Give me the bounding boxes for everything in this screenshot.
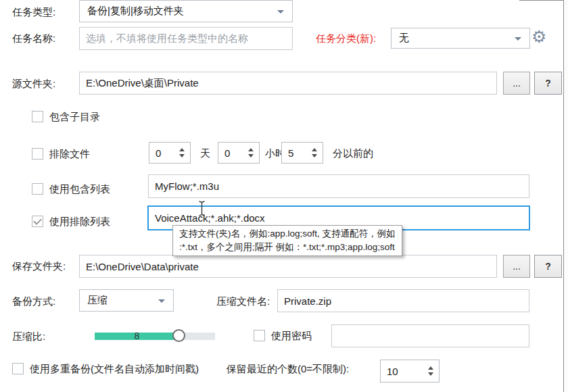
stepper-arrows-icon[interactable] [312, 148, 317, 157]
days-unit-label: 天 [200, 147, 210, 160]
chevron-down-icon [158, 299, 165, 303]
source-help-button[interactable]: ? [534, 72, 562, 95]
backup-method-dropdown[interactable]: 压缩 [79, 289, 174, 312]
multi-backup-label: 使用多重备份(文件名自动添加时间戳) [30, 363, 199, 375]
ellipsis-icon: ... [513, 78, 521, 89]
include-subdirs-checkbox[interactable] [32, 111, 43, 122]
exclude-list-label: 使用排除列表 [49, 216, 110, 228]
ellipsis-icon: ... [513, 261, 521, 272]
use-password-label: 使用密码 [271, 330, 312, 342]
include-list-checkbox[interactable] [32, 183, 43, 195]
stepper-arrows-icon[interactable] [248, 148, 254, 157]
zip-name-label: 压缩文件名: [216, 295, 270, 308]
task-type-label: 任务类型: [12, 6, 55, 18]
task-category-label: 任务分类(新): [316, 32, 376, 45]
task-type-dropdown[interactable]: 备份|复制|移动文件夹 [79, 0, 293, 22]
gear-icon[interactable]: ⚙ [531, 27, 546, 46]
backup-task-form: 任务类型: 备份|复制|移动文件夹 任务名称: 选填，不填将使用任务类型中的名称… [0, 0, 568, 392]
hours-stepper[interactable]: 0 [218, 142, 260, 164]
exclude-list-value: VoiceAttack;*.ahk;*.docx [155, 212, 265, 224]
task-name-label: 任务名称: [12, 32, 55, 45]
minutes-unit-label: 分以前的 [333, 147, 373, 160]
include-subdirs-label: 包含子目录 [49, 111, 100, 123]
save-folder-value: E:\OneDrive\Data\private [86, 261, 199, 272]
chevron-down-icon [277, 10, 284, 14]
use-password-checkbox[interactable] [254, 330, 265, 341]
zip-name-input[interactable]: Private.zip [277, 289, 529, 312]
source-folder-label: 源文件夹: [12, 78, 55, 90]
stepper-arrows-icon[interactable] [428, 366, 433, 376]
include-list-value: MyFlow;*.m3u [155, 180, 219, 192]
exclude-list-tooltip: 支持文件(夹)名，例如:app.log;soft, 支持通配符，例如 :*.tx… [172, 225, 402, 256]
text-cursor-icon [197, 200, 206, 217]
tooltip-line1: 支持文件(夹)名，例如:app.log;soft, 支持通配符，例如 [179, 227, 396, 241]
minutes-stepper[interactable]: 5 [281, 142, 323, 164]
ratio-slider-thumb[interactable] [172, 329, 185, 342]
stepper-arrows-icon[interactable] [179, 148, 185, 157]
include-list-input[interactable]: MyFlow;*.m3u [148, 174, 529, 198]
compress-ratio-label: 压缩比: [12, 330, 45, 343]
days-stepper[interactable]: 0 [149, 142, 191, 164]
scrollbar-track[interactable] [564, 0, 568, 392]
keep-count-stepper[interactable]: 10 [380, 360, 440, 383]
days-value: 0 [156, 147, 161, 159]
include-list-label: 使用包含列表 [49, 183, 110, 195]
password-input[interactable] [331, 324, 529, 347]
exclude-files-label: 排除文件 [49, 148, 90, 160]
save-help-button[interactable]: ? [534, 255, 562, 278]
save-folder-input[interactable]: E:\OneDrive\Data\private [79, 255, 497, 278]
save-browse-button[interactable]: ... [503, 255, 530, 278]
task-category-value: 无 [399, 32, 409, 45]
hours-value: 0 [224, 147, 230, 159]
chevron-down-icon [515, 37, 521, 41]
task-name-input[interactable]: 选填，不填将使用任务类型中的名称 [79, 27, 293, 50]
keep-count-value: 10 [387, 366, 398, 377]
backup-method-value: 压缩 [87, 294, 108, 307]
backup-method-label: 备份方式: [12, 295, 55, 308]
exclude-files-checkbox[interactable] [32, 148, 43, 160]
multi-backup-checkbox[interactable] [12, 363, 24, 374]
panel-top-border [519, 0, 563, 1]
keep-count-label: 保留最近的个数(0=不限制): [227, 363, 349, 375]
zip-name-value: Private.zip [284, 295, 331, 307]
source-folder-value: E:\OneDrive\桌面\Private [86, 77, 199, 90]
save-folder-label: 保存文件夹: [12, 260, 66, 272]
tooltip-line2: :*.txt，多个之间用;隔开 例如：*.txt;*.mp3;app.log;s… [179, 241, 396, 254]
task-name-placeholder: 选填，不填将使用任务类型中的名称 [86, 32, 248, 45]
exclude-list-checkbox[interactable] [32, 216, 43, 227]
ratio-slider-value: 8 [95, 330, 179, 341]
scrollbar-border [563, 0, 564, 392]
minutes-value: 5 [288, 147, 293, 159]
task-type-value: 备份|复制|移动文件夹 [87, 5, 184, 18]
question-icon: ? [545, 261, 551, 272]
source-browse-button[interactable]: ... [503, 72, 530, 95]
source-folder-input[interactable]: E:\OneDrive\桌面\Private [79, 72, 497, 95]
question-icon: ? [545, 78, 551, 89]
task-category-dropdown[interactable]: 无 [391, 28, 530, 49]
